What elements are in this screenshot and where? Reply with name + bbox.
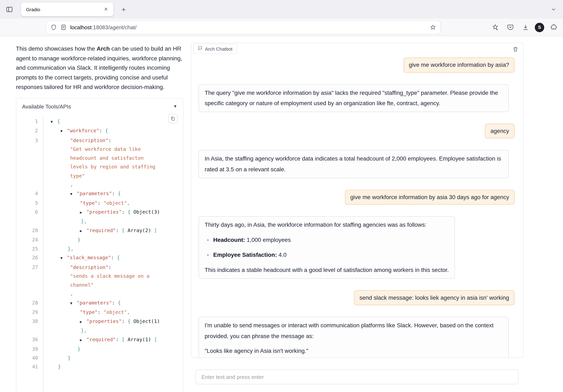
json-token-brace: }	[58, 364, 61, 370]
line-number: 27	[16, 263, 43, 298]
bot-message-row: I'm unable to send messages or interact …	[199, 317, 514, 358]
expand-toggle-icon[interactable]: ▶	[80, 317, 86, 326]
line-number: 30	[16, 316, 43, 326]
collapse-toggle-icon[interactable]: ▼	[51, 117, 57, 126]
json-line-content: },	[43, 326, 183, 335]
user-message-row: agency	[199, 124, 514, 139]
json-token-brace: {	[57, 118, 60, 124]
line-number: 3	[16, 136, 43, 189]
json-token-punct: :	[122, 318, 128, 324]
json-line: 25},	[16, 244, 183, 253]
message-bullet-item: ◦Employee Satisfaction: 4.0	[205, 250, 449, 260]
json-line-content: "description":"Get workforce data likehe…	[43, 136, 183, 189]
json-token-key: "properties"	[87, 209, 122, 215]
clear-chat-trash-icon[interactable]	[512, 46, 519, 53]
user-message-row: send slack message: looks liek agency in…	[199, 290, 514, 305]
expand-toggle-icon[interactable]: ▶	[80, 227, 86, 235]
line-number: 41	[16, 362, 43, 371]
json-line: 30▶"properties": { Object(1)	[16, 316, 183, 326]
json-token-str: levels by region and staffing	[70, 164, 155, 170]
collapse-toggle-icon[interactable]: ▼	[60, 127, 67, 136]
line-number: 20	[16, 226, 43, 235]
message-bullet-item: ◦Headcount: 1,000 employees	[205, 235, 449, 245]
json-line: 4▼"parameters": {	[16, 189, 183, 199]
user-message-row: give me workforce information by asia?	[199, 57, 514, 73]
json-token-key: "parameters"	[77, 300, 112, 305]
pocket-icon[interactable]	[504, 22, 516, 33]
json-token-str: "object"	[103, 309, 127, 315]
tools-panel-title: Available Tools/APIs	[22, 103, 71, 110]
chatbot-panel: Arch Chatbot give me workforce informati…	[191, 43, 524, 358]
expand-toggle-icon[interactable]: ▶	[80, 336, 86, 344]
json-token-brace: }	[77, 346, 80, 352]
json-line: 1▼{	[16, 116, 183, 126]
json-token-brace: },	[81, 328, 87, 333]
json-token-brace: [	[122, 227, 125, 233]
message-paragraph: agency	[490, 126, 509, 137]
line-number	[16, 217, 43, 226]
json-token-brace: {	[128, 209, 130, 215]
json-line-content: ▼{	[43, 116, 183, 126]
json-line-content: ▼"parameters": {	[43, 298, 183, 308]
chat-bubble-icon	[198, 46, 203, 52]
json-line: 3"description":"Get workforce data likeh…	[16, 136, 183, 189]
json-token-punct: :	[112, 190, 118, 196]
collapse-toggle-icon[interactable]: ▼	[60, 254, 67, 263]
json-token-str: channel"	[70, 282, 94, 288]
json-line-content: },	[43, 244, 183, 253]
chatbot-title: Arch Chatbot	[205, 46, 232, 51]
extensions-puzzle-icon[interactable]	[548, 22, 560, 33]
browser-tab[interactable]: Gradio ×	[21, 2, 114, 16]
firefox-view-icon[interactable]	[3, 3, 15, 15]
bookmark-star-icon[interactable]	[430, 24, 436, 30]
json-token-punct: :	[98, 309, 103, 315]
line-number: 36	[16, 335, 43, 344]
line-number: 39	[16, 344, 43, 354]
json-line-content: ▼"parameters": {	[43, 189, 183, 199]
chat-text-input[interactable]	[195, 369, 518, 384]
list-all-tabs-icon[interactable]	[548, 3, 560, 15]
json-token-str: "Get workforce data like	[70, 146, 141, 152]
account-avatar[interactable]: S	[535, 23, 544, 32]
copy-icon[interactable]	[168, 114, 178, 123]
json-line-content: "type": "object",	[43, 308, 183, 316]
url-text: localhost:18083/agent/chat/	[70, 24, 426, 30]
line-number: 26	[16, 253, 43, 263]
tab-strip: Gradio × +	[0, 0, 563, 19]
json-token-punct: :	[112, 300, 118, 305]
json-token-str: "object"	[103, 200, 127, 206]
url-path: :18083/agent/chat/	[91, 24, 137, 30]
json-token-plain: Array(2)	[125, 227, 154, 233]
collapse-chevron-icon[interactable]: ▼	[173, 104, 177, 108]
json-line-content: }	[43, 354, 183, 362]
json-line: 29"type": "object",	[16, 308, 183, 316]
left-column: This demo showcases how the Arch can be …	[16, 43, 183, 392]
json-gutter-filler	[16, 371, 183, 392]
demo-description-text: This demo showcases how the	[16, 46, 97, 52]
message-paragraph: This indicates a stable headcount with a…	[205, 265, 449, 276]
url-bar[interactable]: localhost:18083/agent/chat/	[46, 21, 440, 34]
collapse-toggle-icon[interactable]: ▼	[70, 299, 77, 308]
new-tab-button[interactable]: +	[118, 3, 129, 15]
json-line-content: }	[43, 362, 183, 371]
page-info-icon[interactable]	[60, 24, 67, 30]
url-host: localhost	[70, 24, 91, 30]
collapse-toggle-icon[interactable]: ▼	[70, 190, 77, 199]
json-token-punct: :	[108, 264, 111, 270]
download-icon[interactable]	[520, 22, 531, 33]
json-token-brace: },	[68, 246, 73, 251]
bot-message-row: In Asia, the staffing agency workforce d…	[199, 150, 514, 178]
json-token-brace: {	[118, 190, 121, 196]
save-bookmark-icon[interactable]	[489, 22, 501, 33]
expand-toggle-icon[interactable]: ▶	[80, 208, 86, 217]
json-token-plain: Array(1)	[125, 336, 154, 342]
json-line-content: ▼"workforce": {	[43, 126, 183, 136]
bullet-value: 4.0	[277, 252, 287, 258]
bot-message-row: The query "give me workforce information…	[199, 84, 514, 112]
tab-close-icon[interactable]: ×	[102, 5, 110, 13]
tools-panel-header[interactable]: Available Tools/APIs ▼	[16, 98, 183, 113]
json-token-brace: [	[122, 336, 125, 342]
json-line: 6▶"properties": { Object(3)	[16, 207, 183, 217]
shield-icon[interactable]	[51, 24, 57, 30]
json-token-key: "workforce"	[67, 127, 99, 133]
